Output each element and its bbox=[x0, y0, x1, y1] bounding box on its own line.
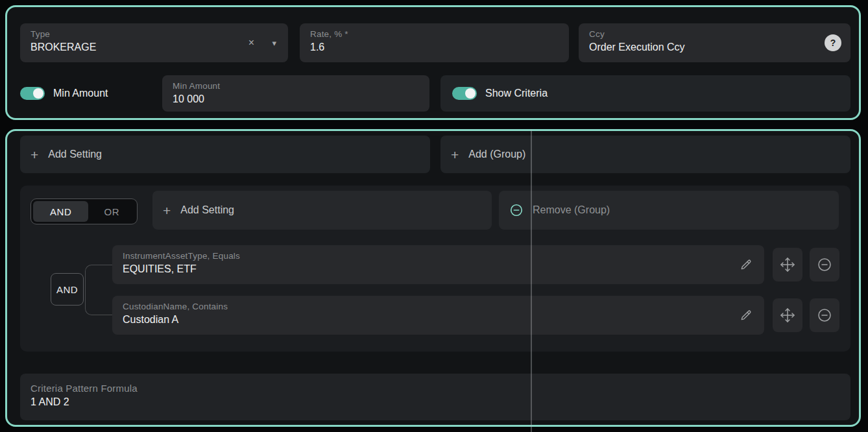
remove-group-label: Remove (Group) bbox=[533, 204, 610, 216]
ccy-label: Ccy bbox=[589, 29, 840, 39]
show-criteria-toggle[interactable] bbox=[452, 87, 477, 100]
min-amount-label: Min Amount bbox=[173, 81, 419, 91]
criteria-group-panel: AND OR + Add Setting Remove (Group) AND bbox=[20, 186, 850, 352]
condition-row[interactable]: CustodianName, Contains Custodian A bbox=[112, 296, 764, 335]
formula-value: 1 AND 2 bbox=[30, 396, 840, 408]
min-amount-toggle[interactable] bbox=[20, 87, 45, 100]
condition-value: Custodian A bbox=[123, 314, 754, 326]
add-setting-label: Add Setting bbox=[48, 149, 102, 160]
show-criteria-panel: Show Criteria bbox=[440, 75, 850, 112]
remove-condition-button[interactable] bbox=[810, 248, 839, 282]
remove-condition-button[interactable] bbox=[810, 298, 839, 332]
show-criteria-toggle-label: Show Criteria bbox=[485, 88, 548, 99]
rate-label: Rate, % * bbox=[310, 29, 559, 39]
condition-row[interactable]: InstrumentAssetType, Equals EQUITIES, ET… bbox=[112, 245, 764, 284]
ccy-select[interactable]: Ccy Order Execution Ccy ? bbox=[579, 23, 850, 62]
type-label: Type bbox=[30, 29, 278, 39]
clear-icon[interactable]: × bbox=[248, 38, 254, 48]
chevron-down-icon[interactable]: ▾ bbox=[272, 39, 276, 47]
edit-pencil-icon[interactable] bbox=[740, 258, 753, 271]
condition-value: EQUITIES, ETF bbox=[123, 263, 754, 275]
rate-input[interactable]: Rate, % * 1.6 bbox=[300, 23, 569, 62]
or-option[interactable]: OR bbox=[88, 201, 135, 222]
min-amount-value: 10 000 bbox=[173, 93, 419, 105]
group-add-setting-label: Add Setting bbox=[180, 204, 234, 216]
fee-criteria-screen: Type BROKERAGE × ▾ Rate, % * 1.6 Ccy Ord… bbox=[0, 0, 868, 432]
type-value: BROKERAGE bbox=[30, 42, 278, 53]
plus-icon: + bbox=[451, 148, 459, 162]
criteria-builder-section: + Add Setting + Add (Group) AND OR + Add… bbox=[5, 129, 861, 427]
condition-connector-bracket bbox=[85, 265, 112, 315]
min-amount-toggle-label: Min Amount bbox=[53, 88, 108, 99]
and-option[interactable]: AND bbox=[33, 201, 88, 222]
formula-label: Criteria Pattern Formula bbox=[30, 383, 840, 394]
add-group-button[interactable]: + Add (Group) bbox=[440, 136, 850, 173]
criteria-pattern-formula-input[interactable]: Criteria Pattern Formula 1 AND 2 bbox=[20, 374, 850, 420]
type-select[interactable]: Type BROKERAGE × ▾ bbox=[20, 23, 288, 62]
rate-value: 1.6 bbox=[310, 42, 559, 53]
help-icon[interactable]: ? bbox=[825, 34, 841, 51]
min-amount-input[interactable]: Min Amount 10 000 bbox=[162, 75, 429, 112]
minus-circle-icon bbox=[509, 203, 524, 217]
fee-settings-section: Type BROKERAGE × ▾ Rate, % * 1.6 Ccy Ord… bbox=[5, 5, 861, 120]
connector-and-badge: AND bbox=[51, 273, 84, 306]
plus-icon: + bbox=[163, 204, 171, 217]
plus-icon: + bbox=[30, 148, 38, 162]
condition-label: InstrumentAssetType, Equals bbox=[123, 251, 754, 261]
move-condition-button[interactable] bbox=[773, 298, 802, 332]
and-or-switch: AND OR bbox=[30, 198, 138, 224]
ccy-value: Order Execution Ccy bbox=[589, 42, 840, 53]
edit-pencil-icon[interactable] bbox=[740, 309, 753, 322]
add-group-label: Add (Group) bbox=[468, 149, 525, 160]
group-add-setting-button[interactable]: + Add Setting bbox=[152, 191, 492, 230]
move-condition-button[interactable] bbox=[773, 248, 802, 282]
remove-group-button[interactable]: Remove (Group) bbox=[499, 191, 839, 230]
add-setting-button[interactable]: + Add Setting bbox=[20, 136, 430, 173]
min-amount-toggle-row: Min Amount bbox=[20, 87, 108, 100]
condition-label: CustodianName, Contains bbox=[123, 302, 754, 311]
